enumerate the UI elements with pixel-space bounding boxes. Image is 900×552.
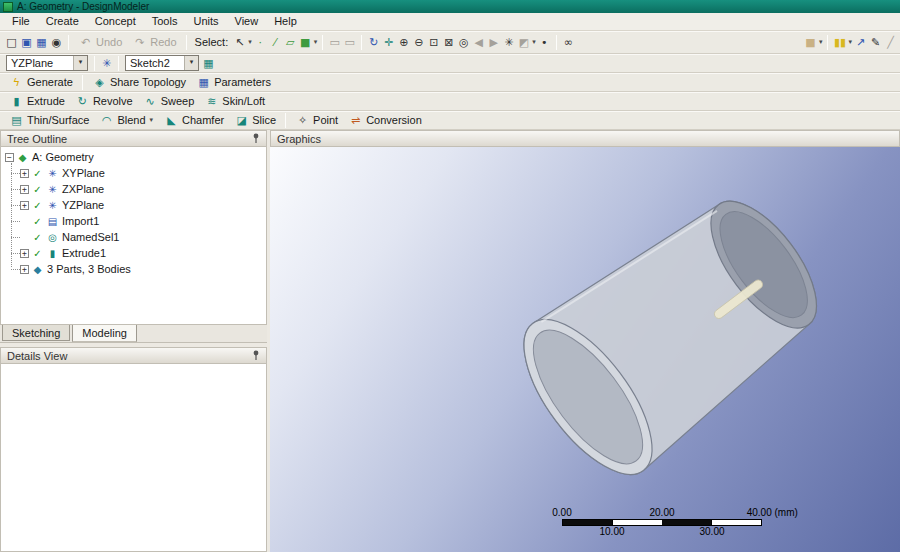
menu-concept[interactable]: Concept	[87, 13, 144, 30]
selection-planes-icon[interactable]: ▭	[342, 35, 357, 50]
view-cube-caret-icon[interactable]: ▾	[532, 38, 536, 46]
redo-button[interactable]: ↷ Redo	[127, 34, 181, 51]
sketch-select-caret-icon: ▾	[184, 56, 198, 70]
menu-file[interactable]: File	[4, 13, 38, 30]
graphics-viewport[interactable]: 0.00 20.00 40.00 (mm) 10.00 30.00	[270, 147, 900, 552]
rotate-icon[interactable]: ↻	[366, 35, 381, 50]
toolbar-plane-sketch: YZPlane ▾ ✳ Sketch2 ▾ ▦	[0, 54, 900, 73]
display-plane-icon[interactable]: ↗	[853, 35, 868, 50]
select-label: Select:	[191, 36, 233, 48]
chamfer-button[interactable]: ◣ Chamfer	[159, 112, 229, 129]
conversion-button[interactable]: ⇌ Conversion	[343, 112, 427, 129]
extend-selection-icon[interactable]: ▭	[327, 35, 342, 50]
graphics-options-icon[interactable]: ▮▮	[832, 35, 847, 50]
tab-sketching[interactable]: Sketching	[2, 325, 70, 341]
image-capture-icon[interactable]: ◉	[49, 35, 64, 50]
filter-face-icon[interactable]: ▱	[283, 35, 298, 50]
magnifier-icon[interactable]: ◎	[456, 35, 471, 50]
look-at-icon[interactable]: ∞	[561, 35, 576, 50]
tree-guide	[11, 237, 20, 238]
blend-icon: ◠	[99, 113, 114, 128]
tree-item-xyplane[interactable]: + ✓ ✳ XYPlane	[1, 165, 266, 181]
separator	[186, 35, 187, 50]
blend-caret-icon: ▾	[150, 116, 154, 124]
check-icon: ✓	[31, 168, 44, 179]
sweep-button[interactable]: ∿ Sweep	[138, 93, 200, 110]
sketch-select[interactable]: Sketch2 ▾	[125, 55, 199, 71]
save-icon[interactable]: ▣	[19, 35, 34, 50]
menu-create[interactable]: Create	[38, 13, 87, 30]
rescale-annotation-icon[interactable]: •	[537, 35, 552, 50]
point-icon: ✧	[295, 113, 310, 128]
menu-help[interactable]: Help	[266, 13, 305, 30]
display-style-caret-icon[interactable]: ▾	[819, 38, 823, 46]
pan-icon[interactable]: ✛	[381, 35, 396, 50]
undo-button[interactable]: ↶ Undo	[73, 34, 127, 51]
expand-icon[interactable]: +	[20, 185, 29, 194]
next-view-icon[interactable]: ▶	[486, 35, 501, 50]
view-cube-icon[interactable]: ◩	[516, 35, 531, 50]
box-zoom-icon[interactable]: ⊡	[426, 35, 441, 50]
tree-item-import[interactable]: ✓ ▤ Import1	[1, 213, 266, 229]
menu-units[interactable]: Units	[185, 13, 226, 30]
skin-loft-label: Skin/Loft	[222, 95, 265, 107]
menu-view[interactable]: View	[227, 13, 267, 30]
sweep-icon: ∿	[143, 94, 158, 109]
model-cylinder	[270, 147, 900, 552]
collapse-icon[interactable]: −	[5, 153, 14, 162]
tree-item-label: YZPlane	[62, 199, 104, 211]
pin-icon[interactable]	[252, 350, 260, 361]
save-project-icon[interactable]: ▦	[34, 35, 49, 50]
separator	[827, 35, 828, 50]
expand-icon[interactable]: +	[20, 265, 29, 274]
new-sketch-icon[interactable]: ▦	[201, 56, 216, 71]
zoom-out-icon[interactable]: ⊖	[411, 35, 426, 50]
revolve-button[interactable]: ↻ Revolve	[70, 93, 138, 110]
display-model-icon[interactable]: ✎	[868, 35, 883, 50]
display-style-icon[interactable]: ■	[803, 35, 818, 50]
new-plane-icon[interactable]: ✳	[99, 56, 114, 71]
tree-item-parts[interactable]: + ◆ 3 Parts, 3 Bodies	[1, 261, 266, 277]
share-topology-button[interactable]: ◈ Share Topology	[87, 74, 191, 91]
expand-icon[interactable]: +	[20, 249, 29, 258]
filter-body-icon[interactable]: ■	[298, 35, 313, 50]
select-mode-caret-icon[interactable]: ▾	[248, 38, 252, 46]
thin-surface-button[interactable]: ▤ Thin/Surface	[4, 112, 94, 129]
expand-icon[interactable]: +	[20, 201, 29, 210]
tree-item-geometry[interactable]: − ◆ A: Geometry	[1, 149, 266, 165]
point-button[interactable]: ✧ Point	[290, 112, 343, 129]
previous-view-icon[interactable]: ◀	[471, 35, 486, 50]
blend-label: Blend	[117, 114, 145, 126]
tab-modeling[interactable]: Modeling	[72, 325, 137, 342]
slice-button[interactable]: ◪ Slice	[229, 112, 281, 129]
blend-button[interactable]: ◠ Blend ▾	[94, 112, 159, 129]
pin-icon[interactable]	[252, 133, 260, 144]
graphics-options-caret-icon[interactable]: ▾	[848, 38, 852, 46]
filter-caret-icon[interactable]: ▾	[314, 38, 318, 46]
toolbar-modify: ▤ Thin/Surface ◠ Blend ▾ ◣ Chamfer ◪ Sli…	[0, 111, 900, 130]
plane-select[interactable]: YZPlane ▾	[6, 55, 88, 71]
tree-item-extrude[interactable]: + ✓ ▮ Extrude1	[1, 245, 266, 261]
skin-loft-button[interactable]: ≋ Skin/Loft	[199, 93, 270, 110]
named-selection-icon: ◎	[46, 232, 59, 243]
filter-vertex-icon[interactable]: ·	[253, 35, 268, 50]
zoom-in-icon[interactable]: ⊕	[396, 35, 411, 50]
zoom-to-fit-icon[interactable]: ⊠	[441, 35, 456, 50]
isometric-view-icon[interactable]: ✳	[501, 35, 516, 50]
plane-icon: ✳	[46, 200, 59, 211]
new-document-icon[interactable]: □	[4, 35, 19, 50]
display-toolbar-group: ■ ▾ ▮▮ ▾ ↗ ✎ ╱	[803, 35, 900, 50]
tree-item-yzplane[interactable]: + ✓ ✳ YZPlane	[1, 197, 266, 213]
parameters-button[interactable]: ▦ Parameters	[191, 74, 276, 91]
display-edges-icon[interactable]: ╱	[883, 35, 898, 50]
expand-icon[interactable]: +	[20, 169, 29, 178]
share-topology-label: Share Topology	[110, 76, 186, 88]
menu-tools[interactable]: Tools	[144, 13, 186, 30]
left-panel: Tree Outline − ◆ A: Geometry + ✓ ✳ XYPla…	[0, 130, 267, 552]
filter-edge-icon[interactable]: ⁄	[268, 35, 283, 50]
tree-item-namedsel[interactable]: ✓ ◎ NamedSel1	[1, 229, 266, 245]
extrude-button[interactable]: ▮ Extrude	[4, 93, 70, 110]
generate-button[interactable]: ϟ Generate	[4, 74, 78, 91]
select-mode-icon[interactable]: ↖	[232, 35, 247, 50]
tree-item-zxplane[interactable]: + ✓ ✳ ZXPlane	[1, 181, 266, 197]
